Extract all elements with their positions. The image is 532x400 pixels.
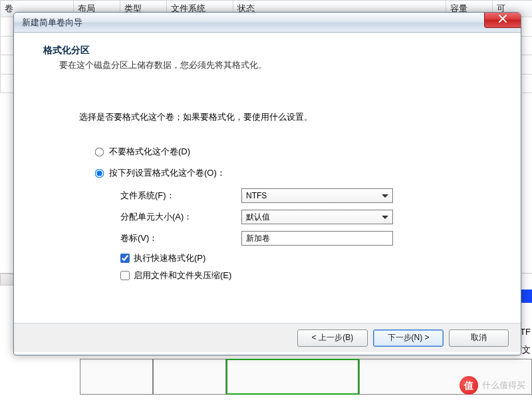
heading-title: 格式化分区: [43, 45, 501, 57]
compress-checkbox[interactable]: [120, 271, 130, 280]
quick-format-check[interactable]: 执行快速格式化(P): [120, 252, 501, 264]
instruction-text: 选择是否要格式化这个卷；如果要格式化，要使用什么设置。: [79, 111, 501, 123]
format-options: 文件系统(F)： NTFS 分配单元大小(A)： 默认值 卷标(V)： 新加卷: [120, 188, 501, 246]
watermark: 值 什么值得买: [460, 376, 525, 395]
volume-label-input[interactable]: 新加卷: [241, 231, 393, 246]
dialog-title: 新建简单卷向导: [22, 17, 82, 29]
cancel-button[interactable]: 取消: [449, 329, 509, 347]
wizard-dialog: 新建简单卷向导 格式化分区 要在这个磁盘分区上储存数据，您必须先将其格式化。 选…: [13, 12, 521, 355]
compress-check[interactable]: 启用文件和文件夹压缩(E): [120, 270, 501, 282]
filesystem-value: NTFS: [246, 191, 267, 200]
filesystem-select[interactable]: NTFS: [241, 188, 393, 203]
radio-no-format-label: 不要格式化这个卷(D): [109, 146, 190, 158]
back-button[interactable]: < 上一步(B): [297, 329, 368, 347]
next-button[interactable]: 下一步(N) >: [373, 329, 444, 347]
dialog-footer: < 上一步(B) 下一步(N) > 取消: [14, 323, 521, 352]
filesystem-label: 文件系统(F)：: [120, 190, 241, 202]
radio-format[interactable]: 按下列设置格式化这个卷(O)：: [95, 167, 501, 179]
volume-label-label: 卷标(V)：: [120, 232, 241, 244]
radio-format-label: 按下列设置格式化这个卷(O)：: [109, 167, 225, 179]
radio-format-input[interactable]: [95, 168, 104, 178]
partition-green[interactable]: [226, 359, 359, 395]
radio-no-format-input[interactable]: [95, 147, 104, 156]
dialog-body: 格式化分区 要在这个磁盘分区上储存数据，您必须先将其格式化。 选择是否要格式化这…: [14, 33, 521, 323]
watermark-logo-icon: 值: [460, 376, 478, 395]
allocation-unit-value: 默认值: [246, 212, 270, 222]
quick-format-label: 执行快速格式化(P): [134, 252, 205, 264]
radio-no-format[interactable]: 不要格式化这个卷(D): [95, 146, 501, 158]
compress-label: 启用文件和文件夹压缩(E): [134, 270, 231, 282]
allocation-unit-select[interactable]: 默认值: [241, 210, 393, 224]
volume-label-value: 新加卷: [246, 234, 270, 243]
watermark-text: 什么值得买: [482, 379, 525, 391]
quick-format-checkbox[interactable]: [120, 254, 130, 263]
partition-box[interactable]: [80, 359, 153, 395]
heading-subtitle: 要在这个磁盘分区上储存数据，您必须先将其格式化。: [59, 59, 501, 71]
partition-box[interactable]: [153, 359, 226, 395]
titlebar[interactable]: 新建简单卷向导: [14, 13, 521, 33]
close-button[interactable]: [484, 12, 521, 28]
allocation-unit-label: 分配单元大小(A)：: [120, 211, 241, 223]
